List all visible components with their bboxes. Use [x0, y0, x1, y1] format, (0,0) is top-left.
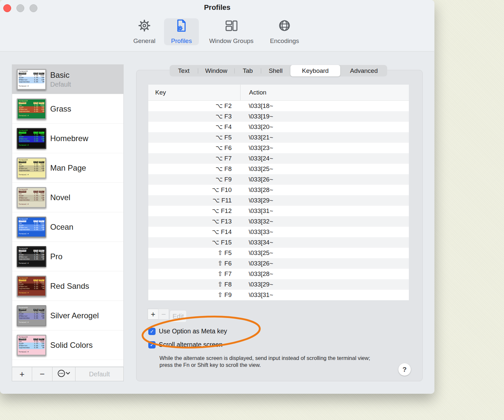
profile-item-ocean[interactable]: Terminal#COMMAND%CPURPRVTtop4.1%231KXcod… [12, 212, 123, 242]
profile-item-man-page[interactable]: Terminal#COMMAND%CPURPRVTtop4.1%231KXcod… [12, 153, 123, 183]
profile-item-solid-colors[interactable]: Terminal#COMMAND%CPURPRVTtop4.1%231KXcod… [12, 330, 123, 360]
profile-item-basic[interactable]: Terminal#COMMAND%CPURPRVTtop4.1%231KXcod… [12, 65, 123, 94]
profile-default-badge: Default [50, 81, 71, 88]
remove-key-button[interactable]: − [158, 309, 169, 320]
table-row[interactable]: ⇧ F5 \033[25~ [148, 248, 409, 258]
toolbar-item-label: Encodings [270, 37, 299, 45]
action-cell: \033[26~ [240, 258, 409, 269]
key-cell: ⌥ F3 [148, 111, 240, 122]
key-cell: ⌥ F12 [148, 206, 240, 216]
tab-window[interactable]: Window [198, 65, 234, 76]
help-button[interactable]: ? [398, 363, 411, 376]
profile-name: Basic [50, 71, 71, 80]
table-row[interactable]: ⌥ F3 \033[19~ [148, 111, 409, 122]
tab-shell[interactable]: Shell [261, 65, 290, 76]
action-column-header[interactable]: Action [240, 85, 409, 100]
table-row[interactable]: ⌥ F6 \033[23~ [148, 143, 409, 153]
table-row[interactable]: ⌥ F2 \033[18~ [148, 101, 409, 111]
toolbar-item-label: Profiles [171, 37, 192, 45]
preferences-window: Profiles General [0, 0, 434, 394]
toolbar-item-profiles[interactable]: Profiles [164, 18, 199, 45]
action-cell: \033[34~ [240, 237, 409, 248]
table-row[interactable]: ⌥ F15 \033[34~ [148, 237, 409, 248]
table-row[interactable]: ⇧ F9 \033[31~ [148, 290, 409, 300]
profile-actions-menu-button[interactable] [52, 367, 75, 381]
key-cell: ⌥ F5 [148, 132, 240, 143]
toolbar-item-window-groups[interactable]: Window Groups [204, 18, 259, 45]
profile-name: Man Page [50, 163, 86, 173]
scroll-alternate-screen-checkbox[interactable] [148, 341, 156, 348]
table-row[interactable]: ⌥ F13 \033[32~ [148, 216, 409, 227]
toolbar-item-label: Window Groups [209, 37, 253, 45]
table-row[interactable]: ⌥ F11 \033[29~ [148, 195, 409, 206]
key-cell: ⌥ F7 [148, 153, 240, 164]
action-cell: \033[28~ [240, 185, 409, 195]
key-cell: ⇧ F7 [148, 269, 240, 279]
default-profile-button[interactable]: Default [75, 367, 123, 381]
profile-item-homebrew[interactable]: Terminal#COMMAND%CPURPRVTtop4.1%231KXcod… [12, 124, 123, 153]
action-cell: \033[29~ [240, 195, 409, 206]
profile-item-grass[interactable]: Terminal#COMMAND%CPURPRVTtop4.1%231KXcod… [12, 94, 123, 124]
profile-name: Ocean [50, 222, 74, 232]
tab-tab[interactable]: Tab [235, 65, 261, 76]
toolbar-item-encodings[interactable]: Encodings [266, 18, 303, 45]
profile-name: Novel [50, 193, 70, 202]
profile-item-red-sands[interactable]: Terminal#COMMAND%CPURPRVTtop4.1%231KXcod… [12, 271, 123, 301]
key-cell: ⌥ F14 [148, 227, 240, 237]
profile-thumbnail: Terminal#COMMAND%CPURPRVTtop4.1%231KXcod… [17, 335, 45, 356]
profile-thumbnail: Terminal#COMMAND%CPURPRVTtop4.1%231KXcod… [17, 187, 45, 208]
profile-item-silver-aerogel[interactable]: Terminal#COMMAND%CPURPRVTtop4.1%231KXcod… [12, 301, 123, 330]
table-body: ⌥ F2 \033[18~ ⌥ F3 \033[19~ ⌥ F4 \033[20… [148, 101, 409, 300]
edit-key-button[interactable]: Edit [170, 310, 187, 323]
add-profile-button[interactable]: + [12, 367, 32, 381]
tab-text[interactable]: Text [170, 65, 198, 76]
table-row[interactable]: ⌥ F4 \033[20~ [148, 122, 409, 132]
key-cell: ⌥ F8 [148, 164, 240, 174]
table-row[interactable]: ⇧ F8 \033[29~ [148, 279, 409, 290]
remove-profile-button[interactable]: − [32, 367, 52, 381]
table-row[interactable]: ⇧ F7 \033[28~ [148, 269, 409, 279]
alternate-screen-help-text: While the alternate screen is displayed,… [159, 355, 379, 368]
table-row[interactable]: ⌥ F7 \033[24~ [148, 153, 409, 164]
action-cell: \033[26~ [240, 174, 409, 185]
action-cell: \033[31~ [240, 290, 409, 300]
profile-thumbnail: Terminal#COMMAND%CPURPRVTtop4.1%231KXcod… [17, 98, 45, 119]
table-row[interactable]: ⌥ F10 \033[28~ [148, 185, 409, 195]
profile-thumbnail: Terminal#COMMAND%CPURPRVTtop4.1%231KXcod… [17, 276, 45, 297]
action-cell: \033[25~ [240, 164, 409, 174]
window-groups-icon [224, 18, 239, 33]
key-cell: ⌥ F9 [148, 174, 240, 185]
profile-item-pro[interactable]: Terminal#COMMAND%CPURPRVTtop4.1%231KXcod… [12, 242, 123, 271]
profile-item-novel[interactable]: Terminal#COMMAND%CPURPRVTtop4.1%231KXcod… [12, 183, 123, 212]
table-row[interactable]: ⌥ F14 \033[33~ [148, 227, 409, 237]
action-cell: \033[33~ [240, 227, 409, 237]
profile-thumbnail: Terminal#COMMAND%CPURPRVTtop4.1%231KXcod… [17, 158, 45, 178]
tab-keyboard[interactable]: Keyboard [290, 65, 340, 76]
key-cell: ⇧ F8 [148, 279, 240, 290]
table-row[interactable]: ⌥ F12 \033[31~ [148, 206, 409, 216]
add-key-button[interactable]: + [148, 309, 158, 320]
table-header: Key Action [148, 85, 409, 101]
action-cell: \033[25~ [240, 248, 409, 258]
use-option-meta-checkbox[interactable] [148, 328, 156, 335]
key-column-header[interactable]: Key [148, 89, 240, 96]
key-cell: ⇧ F5 [148, 248, 240, 258]
key-cell: ⇧ F6 [148, 258, 240, 269]
table-row[interactable]: ⌥ F8 \033[25~ [148, 164, 409, 174]
gear-icon [137, 18, 152, 33]
profile-thumbnail: Terminal#COMMAND%CPURPRVTtop4.1%231KXcod… [17, 305, 45, 326]
profile-name: Homebrew [50, 134, 88, 143]
toolbar-item-general[interactable]: General [131, 18, 158, 45]
table-row[interactable]: ⌥ F9 \033[26~ [148, 174, 409, 185]
profile-thumbnail: Terminal#COMMAND%CPURPRVTtop4.1%231KXcod… [17, 69, 45, 90]
profile-document-icon [174, 18, 189, 33]
tab-advanced[interactable]: Advanced [341, 65, 387, 76]
action-cell: \033[31~ [240, 206, 409, 216]
profile-list: Terminal#COMMAND%CPURPRVTtop4.1%231KXcod… [12, 64, 124, 367]
table-row[interactable]: ⌥ F5 \033[21~ [148, 132, 409, 143]
profile-thumbnail: Terminal#COMMAND%CPURPRVTtop4.1%231KXcod… [17, 217, 45, 238]
action-cell: \033[19~ [240, 111, 409, 122]
action-cell: \033[24~ [240, 153, 409, 164]
action-cell: \033[32~ [240, 216, 409, 227]
table-row[interactable]: ⇧ F6 \033[26~ [148, 258, 409, 269]
